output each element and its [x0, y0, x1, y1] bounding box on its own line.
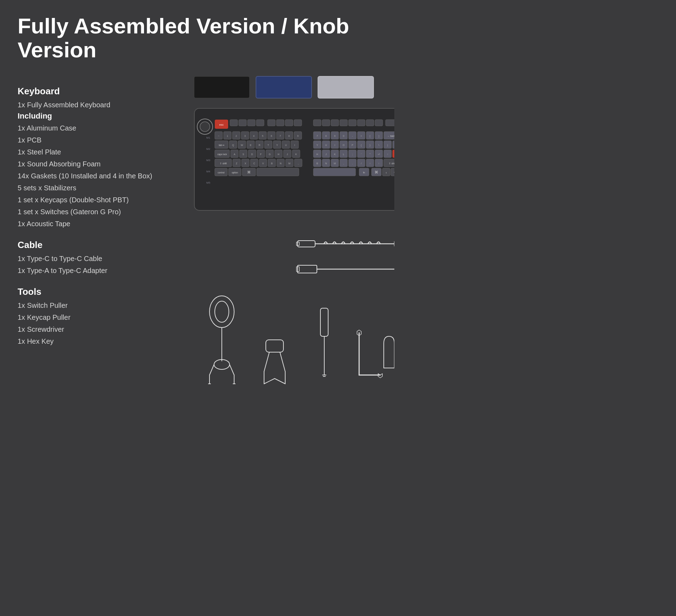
tools-heading: Tools: [18, 286, 180, 297]
list-item: 1x Hex Key: [18, 336, 180, 347]
svg-text:∨: ∨: [394, 171, 395, 174]
svg-text:1: 1: [227, 135, 228, 137]
svg-text:C: C: [253, 162, 255, 165]
svg-text:‹: ‹: [386, 171, 387, 174]
svg-text:Y: Y: [317, 144, 318, 146]
tools-section: Tools 1x Switch Puller 1x Keycap Puller …: [18, 286, 180, 347]
left-column: Keyboard 1x Fully Assembled Keyboard Inc…: [18, 76, 180, 348]
swatch-gray: [318, 76, 374, 99]
svg-text:⇧ shift: ⇧ shift: [389, 162, 394, 165]
svg-text:P: P: [352, 144, 353, 146]
svg-rect-224: [266, 340, 283, 352]
tools-illustration: [194, 291, 394, 389]
svg-rect-91: [393, 150, 394, 158]
list-item: 1x PCB: [18, 135, 180, 145]
svg-text:I: I: [334, 144, 335, 146]
svg-rect-124: [313, 168, 356, 176]
svg-line-230: [275, 379, 285, 384]
svg-rect-6: [239, 120, 246, 126]
svg-text:|: |: [387, 144, 388, 147]
svg-text:E: E: [250, 144, 252, 146]
svg-text:;: ;: [352, 153, 353, 155]
svg-rect-231: [320, 308, 328, 336]
list-item: 14x Gaskets (10 Installed and 4 in the B…: [18, 171, 180, 181]
svg-text:caps lock: caps lock: [217, 153, 227, 156]
svg-text:M1: M1: [206, 136, 211, 139]
keyboard-heading: Keyboard: [18, 86, 180, 97]
svg-text:2: 2: [236, 135, 237, 137]
svg-text:8: 8: [325, 135, 327, 137]
svg-line-226: [280, 352, 285, 371]
svg-rect-13: [313, 120, 321, 126]
swatch-navy: [256, 76, 312, 99]
svg-text:[: [: [370, 135, 370, 138]
svg-text:L: L: [343, 153, 344, 155]
list-item: 1x Type-A to Type-C Adapter: [18, 265, 180, 276]
svg-rect-18: [357, 120, 365, 126]
svg-text:esc: esc: [219, 123, 224, 126]
cable-section: Cable 1x Type-C to Type-C Cable 1x Type-…: [18, 240, 180, 276]
svg-line-229: [264, 379, 275, 384]
svg-marker-238: [378, 374, 382, 378]
svg-text:⌘: ⌘: [375, 170, 378, 174]
svg-text:M5: M5: [206, 181, 211, 184]
svg-text:M4: M4: [206, 170, 211, 173]
list-item: 1x Sound Absorbing Foam: [18, 159, 180, 169]
svg-rect-5: [230, 120, 238, 126]
svg-text:,: ,: [298, 162, 299, 165]
svg-text:J: J: [287, 153, 288, 155]
color-swatches: [194, 76, 374, 99]
svg-text:M: M: [288, 162, 290, 165]
svg-text:M2: M2: [206, 147, 211, 151]
svg-text:/: /: [361, 162, 362, 165]
svg-text:J: J: [325, 153, 327, 155]
svg-text:K: K: [295, 153, 297, 155]
svg-text:.: .: [352, 162, 353, 165]
right-column: esc: [194, 76, 394, 389]
svg-text:0: 0: [343, 135, 344, 137]
svg-point-214: [209, 296, 234, 328]
svg-text:3: 3: [244, 135, 246, 137]
list-item: 1 set x Switches (Gateron G Pro): [18, 207, 180, 217]
svg-text:B: B: [317, 162, 318, 165]
svg-rect-17: [349, 120, 356, 126]
svg-text:N: N: [280, 162, 281, 165]
svg-rect-20: [375, 120, 383, 126]
svg-text:Y: Y: [276, 144, 278, 146]
list-item: 1x Acoustic Tape: [18, 218, 180, 229]
svg-text:T: T: [268, 144, 269, 146]
svg-text:↑: ↑: [369, 162, 371, 165]
svg-text:6: 6: [271, 135, 272, 137]
svg-rect-15: [331, 120, 339, 126]
svg-text:O: O: [343, 144, 345, 146]
svg-text:5: 5: [262, 135, 263, 137]
svg-point-2: [200, 122, 210, 132]
svg-text:H: H: [316, 153, 318, 155]
svg-line-219: [230, 364, 234, 375]
svg-text:F: F: [260, 153, 262, 155]
svg-text:S: S: [243, 153, 244, 155]
svg-text:⌘: ⌘: [247, 170, 251, 174]
svg-text:8: 8: [288, 135, 290, 137]
svg-text:=: =: [361, 135, 362, 137]
svg-rect-204: [298, 241, 315, 247]
list-item: 5 sets x Stabilizers: [18, 183, 180, 193]
svg-text:⏎: ⏎: [378, 153, 380, 155]
svg-text:← backspace: ← backspace: [387, 135, 394, 138]
list-item: 1x Aluminum Case: [18, 123, 180, 133]
svg-rect-7: [248, 120, 255, 126]
svg-text:↑: ↑: [387, 153, 388, 155]
svg-text:M: M: [334, 162, 336, 165]
svg-text:]: ]: [378, 135, 379, 138]
list-item: 1x Type-C to Type-C Cable: [18, 253, 180, 264]
svg-rect-21: [386, 120, 394, 126]
svg-rect-12: [294, 120, 302, 126]
list-item: 1 set x Keycaps (Double-Shot PBT): [18, 195, 180, 205]
svg-text:9: 9: [297, 135, 299, 137]
list-item: 1x Screwdriver: [18, 324, 180, 335]
svg-text:R: R: [258, 144, 260, 146]
cable-illustration: [296, 236, 394, 284]
keyboard-illustration: esc: [194, 105, 394, 215]
keyboard-item-main: 1x Fully Assembled Keyboard: [18, 100, 180, 110]
keyboard-section: Keyboard 1x Fully Assembled Keyboard Inc…: [18, 86, 180, 229]
